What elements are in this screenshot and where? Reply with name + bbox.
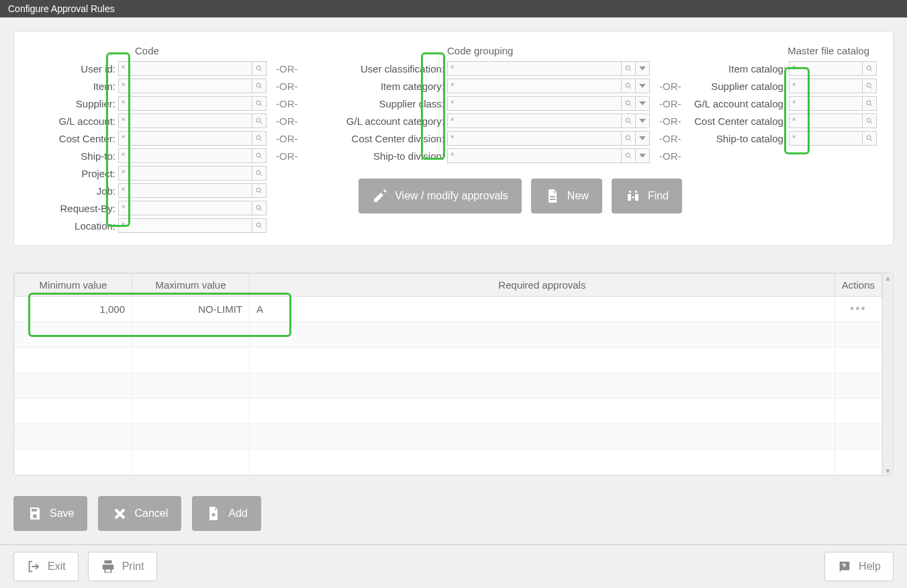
catalog-input-4[interactable] (789, 131, 863, 146)
lookup-button[interactable] (621, 131, 636, 146)
table-row[interactable] (15, 450, 882, 475)
lookup-button[interactable] (621, 96, 636, 111)
lookup-button[interactable] (621, 79, 636, 93)
code-input-4[interactable] (118, 131, 252, 146)
code-input-9[interactable] (118, 218, 252, 233)
lookup-button[interactable] (252, 201, 267, 215)
lookup-button[interactable] (252, 61, 267, 76)
row-actions[interactable]: ••• (834, 297, 881, 322)
table-row[interactable] (15, 322, 882, 348)
code-label-7: Job: (24, 185, 118, 197)
print-button[interactable]: Print (88, 552, 157, 581)
catalog-header: Master file catalog (681, 45, 869, 56)
lookup-button[interactable] (862, 131, 877, 146)
lookup-button[interactable] (621, 148, 636, 163)
table-row[interactable] (15, 424, 882, 450)
svg-line-13 (260, 175, 262, 177)
dropdown-button[interactable] (635, 148, 650, 163)
code-input-3[interactable] (118, 113, 252, 128)
code-input-6[interactable] (118, 166, 252, 181)
code-label-5: Ship-to: (24, 150, 118, 162)
catalog-input-2[interactable] (789, 96, 863, 111)
catalog-input-3[interactable] (789, 113, 863, 128)
table-row[interactable] (15, 399, 882, 424)
catalog-input-1[interactable] (789, 79, 863, 93)
svg-point-0 (256, 66, 260, 70)
code-label-8: Request-By: (24, 203, 118, 214)
code-input-0[interactable] (118, 61, 252, 76)
svg-point-8 (256, 136, 260, 140)
lookup-button[interactable] (252, 218, 267, 233)
save-icon (27, 505, 43, 522)
exit-icon (26, 559, 41, 574)
table-row[interactable] (15, 348, 882, 373)
lookup-button[interactable] (862, 79, 877, 93)
lookup-button[interactable] (621, 113, 636, 128)
group-input-1[interactable] (447, 79, 622, 93)
window-title: Configure Approval Rules (0, 0, 907, 17)
or-text: -OR- (659, 81, 681, 92)
table-row[interactable]: 1,000NO-LIMITA••• (15, 297, 882, 322)
lookup-button[interactable] (862, 96, 877, 111)
lookup-button[interactable] (862, 61, 877, 76)
lookup-button[interactable] (252, 96, 267, 111)
lookup-button[interactable] (621, 61, 636, 76)
lookup-button[interactable] (252, 183, 267, 198)
or-text: -OR- (659, 150, 681, 162)
svg-point-6 (256, 118, 260, 122)
lookup-button[interactable] (252, 166, 267, 181)
catalog-input-0[interactable] (789, 61, 863, 76)
dropdown-button[interactable] (635, 79, 650, 93)
cell-req: A (250, 297, 835, 322)
catalog-label-0: Item catalog: (681, 63, 789, 75)
group-input-2[interactable] (447, 96, 622, 111)
dropdown-button[interactable] (635, 131, 650, 146)
group-input-0[interactable] (447, 61, 622, 76)
code-input-5[interactable] (118, 148, 252, 163)
or-text: -OR- (276, 81, 298, 92)
table-scrollbar[interactable]: ▲ ▼ (882, 273, 893, 475)
save-button[interactable]: Save (13, 496, 87, 531)
lookup-button[interactable] (252, 148, 267, 163)
or-text: -OR- (276, 115, 298, 127)
cancel-button[interactable]: Cancel (98, 496, 181, 531)
group-label-3: G/L account category: (333, 115, 447, 127)
exit-button[interactable]: Exit (13, 552, 79, 581)
lookup-button[interactable] (252, 131, 267, 146)
svg-line-41 (871, 140, 873, 142)
or-text: -OR- (276, 63, 298, 75)
code-label-1: Item: (24, 81, 118, 92)
dropdown-button[interactable] (635, 113, 650, 128)
catalog-label-1: Supplier catalog: (681, 81, 789, 92)
scroll-up-icon[interactable]: ▲ (883, 273, 893, 283)
lookup-button[interactable] (862, 113, 877, 128)
dropdown-button[interactable] (635, 96, 650, 111)
col-min: Minimum value (15, 274, 132, 297)
catalog-label-4: Ship-to catalog: (681, 133, 789, 144)
group-input-3[interactable] (447, 113, 622, 128)
or-text: -OR- (276, 98, 298, 109)
code-input-1[interactable] (118, 79, 252, 93)
dropdown-button[interactable] (635, 61, 650, 76)
add-icon (205, 505, 222, 522)
approvals-table: Minimum value Maximum value Required app… (14, 273, 882, 475)
code-label-6: Project: (24, 168, 118, 179)
code-input-7[interactable] (118, 183, 252, 198)
new-button[interactable]: New (531, 179, 602, 213)
group-input-4[interactable] (447, 131, 622, 146)
edit-icon (372, 188, 388, 204)
svg-line-7 (260, 122, 262, 124)
view-modify-approvals-button[interactable]: View / modify approvals (359, 179, 522, 213)
find-button[interactable]: Find (612, 179, 682, 213)
code-input-2[interactable] (118, 96, 252, 111)
group-input-5[interactable] (447, 148, 622, 163)
code-input-8[interactable] (118, 201, 252, 215)
help-button[interactable]: Help (824, 552, 894, 581)
scroll-down-icon[interactable]: ▼ (883, 466, 893, 475)
lookup-button[interactable] (252, 79, 267, 93)
lookup-button[interactable] (252, 113, 267, 128)
svg-line-21 (630, 70, 632, 72)
more-icon: ••• (850, 302, 867, 315)
table-row[interactable] (15, 373, 882, 399)
add-button[interactable]: Add (192, 496, 260, 531)
